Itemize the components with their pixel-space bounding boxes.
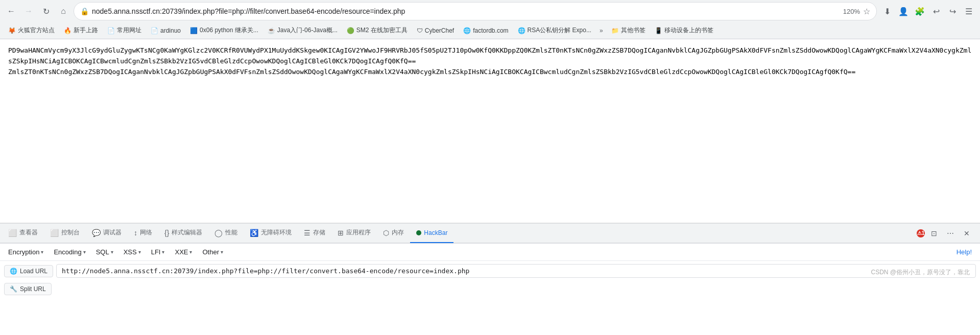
bookmark-others[interactable]: 📁 其他书签 [607, 25, 650, 36]
hackbar-url-input[interactable] [56, 264, 976, 278]
tab-style-editor[interactable]: {} 样式编辑器 [158, 224, 208, 243]
tab-performance[interactable]: ◯ 性能 [208, 224, 244, 243]
bookmark-0x06[interactable]: 🟦 0x06 python 继承关... [186, 25, 262, 36]
bookmark-icon: ☕ [268, 27, 275, 34]
memory-icon: ⬡ [383, 229, 389, 237]
bookmark-label: SM2 在线加密工具 [356, 26, 408, 35]
bookmark-icon: 🟢 [347, 27, 354, 34]
bookmark-label: CyberChef [425, 27, 454, 34]
bookmark-icon: 📁 [611, 27, 619, 34]
page-text-line2: ZmlsZT0nKTsNCn0gZWxzZSB7DQogICAganNvbklC… [8, 68, 855, 76]
encoding-label: Encoding [54, 248, 81, 256]
reload-button[interactable]: ↻ [39, 4, 53, 18]
encryption-label: Encryption [8, 248, 39, 256]
lfi-label: LFI [151, 248, 161, 256]
bookmark-label: 移动设备上的书签 [664, 26, 713, 35]
bookmark-icon: 🔥 [64, 27, 71, 34]
hackbar-split-row: 🔧 Split URL [0, 281, 980, 297]
bookmark-cyberchef[interactable]: 🛡 CyberChef [413, 26, 458, 36]
split-url-icon: 🔧 [10, 285, 17, 293]
hackbar-menu-xxe[interactable]: XXE ▾ [171, 247, 196, 257]
tab-label: 样式编辑器 [172, 228, 202, 237]
watermark-text: CSDN @俗州小丑，原号没了，靠北 [871, 269, 970, 276]
menu-button[interactable]: ☰ [962, 4, 976, 18]
tab-inspector[interactable]: ⬜ 查看器 [2, 224, 44, 243]
account-button[interactable]: 👤 [896, 4, 911, 18]
bookmark-icon: 🌐 [518, 27, 525, 34]
hackbar-menu-sql[interactable]: SQL ▾ [92, 247, 117, 257]
hackbar-menu-encryption[interactable]: Encryption ▾ [4, 247, 47, 257]
lfi-arrow-icon: ▾ [162, 249, 164, 255]
bookmark-mobile[interactable]: 📱 移动设备上的书签 [651, 25, 718, 36]
xss-label: XSS [124, 248, 137, 256]
error-count: 1 [922, 230, 925, 236]
tab-hackbar[interactable]: HackBar [410, 224, 453, 243]
main-content: PD9waHANCmVycm9yX3JlcG9ydGluZygwKTsNCg0K… [0, 39, 980, 223]
help-label: Help! [957, 248, 972, 256]
bookmark-newbie[interactable]: 🔥 新手上路 [60, 25, 102, 36]
split-url-button[interactable]: 🔧 Split URL [4, 283, 52, 295]
address-input[interactable] [92, 7, 840, 15]
address-bar-container: 🔒 120% ☆ [74, 2, 877, 20]
tab-console[interactable]: ⬜ 控制台 [44, 224, 86, 243]
nav-bar: ← → ↻ ⌂ 🔒 120% ☆ ⬇ 👤 🧩 ↩ ↪ ☰ [0, 0, 980, 22]
bookmark-common[interactable]: 📄 常用网址 [103, 25, 146, 36]
tab-network[interactable]: ↕ 网络 [128, 224, 158, 243]
sql-label: SQL [96, 248, 109, 256]
style-icon: {} [164, 229, 169, 237]
bookmark-icon: 🌐 [463, 27, 471, 34]
bookmark-rsa[interactable]: 🌐 RSA公私钥分解 Expo... [514, 25, 595, 36]
tab-storage[interactable]: ☰ 存储 [298, 224, 331, 243]
xxe-label: XXE [175, 248, 188, 256]
history-forward-button[interactable]: ↪ [945, 4, 960, 18]
nav-actions: ⬇ 👤 🧩 ↩ ↪ ☰ [880, 4, 976, 18]
performance-icon: ◯ [214, 229, 223, 237]
load-url-button[interactable]: 🌐 Load URL [4, 265, 53, 277]
bookmark-star-icon[interactable]: ☆ [863, 7, 870, 16]
hackbar-menubar: Encryption ▾ Encoding ▾ SQL ▾ XSS ▾ LFI … [0, 244, 980, 261]
other-label: Other [202, 248, 219, 256]
bookmarks-more-button[interactable]: » [596, 26, 606, 36]
tab-label: 调试器 [103, 228, 122, 237]
devtools-panel: ⬜ 查看器 ⬜ 控制台 💬 调试器 ↕ 网络 {} 样式编辑器 ◯ 性能 ♿ 无… [0, 223, 980, 297]
console-icon: ⬜ [50, 229, 59, 237]
hackbar-help-button[interactable]: Help! [952, 247, 976, 257]
load-url-label: Load URL [20, 268, 47, 275]
hackbar-menu-xss[interactable]: XSS ▾ [119, 247, 145, 257]
tab-label: 查看器 [19, 228, 38, 237]
close-devtools-button[interactable]: ✕ [960, 226, 974, 241]
bookmark-label: ardinuo [160, 27, 181, 34]
error-badge: ⚠ 1 [917, 229, 925, 237]
download-button[interactable]: ⬇ [880, 4, 894, 18]
browser-chrome: ← → ↻ ⌂ 🔒 120% ☆ ⬇ 👤 🧩 ↩ ↪ ☰ 🦊 火狐官方站点 🔥 … [0, 0, 980, 39]
bookmark-label: factordb.com [473, 27, 508, 34]
forward-button[interactable]: → [21, 4, 36, 18]
hackbar-url-row: 🌐 Load URL [0, 261, 980, 281]
tab-label: 网络 [140, 228, 152, 237]
watermark: CSDN @俗州小丑，原号没了，靠北 [871, 268, 970, 277]
hackbar-panel: Encryption ▾ Encoding ▾ SQL ▾ XSS ▾ LFI … [0, 243, 980, 297]
bookmark-factordb[interactable]: 🌐 factordb.com [459, 26, 512, 36]
home-button[interactable]: ⌂ [56, 4, 70, 18]
bookmark-icon: 📄 [151, 27, 158, 34]
tab-label: 存储 [313, 228, 325, 237]
hackbar-menu-other[interactable]: Other ▾ [198, 247, 227, 257]
bookmark-sm2[interactable]: 🟢 SM2 在线加密工具 [343, 25, 412, 36]
tab-app[interactable]: ⊞ 应用程序 [331, 224, 377, 243]
tab-label: 内存 [392, 228, 404, 237]
extensions-button[interactable]: 🧩 [913, 4, 927, 18]
tab-accessibility[interactable]: ♿ 无障碍环境 [244, 224, 298, 243]
history-back-button[interactable]: ↩ [929, 4, 943, 18]
tab-memory[interactable]: ⬡ 内存 [377, 224, 410, 243]
hackbar-menu-encoding[interactable]: Encoding ▾ [50, 247, 89, 257]
more-options-button[interactable]: ⋯ [943, 226, 958, 241]
undock-button[interactable]: ⊡ [927, 226, 941, 241]
sql-arrow-icon: ▾ [111, 249, 113, 255]
back-button[interactable]: ← [4, 4, 18, 18]
bookmark-ardinuo[interactable]: 📄 ardinuo [147, 26, 185, 36]
bookmark-label: 新手上路 [74, 26, 98, 35]
hackbar-menu-lfi[interactable]: LFI ▾ [147, 247, 169, 257]
bookmark-huhu[interactable]: 🦊 火狐官方站点 [4, 25, 59, 36]
tab-debugger[interactable]: 💬 调试器 [86, 224, 128, 243]
bookmark-java[interactable]: ☕ Java入门-06-Java概... [264, 25, 342, 36]
